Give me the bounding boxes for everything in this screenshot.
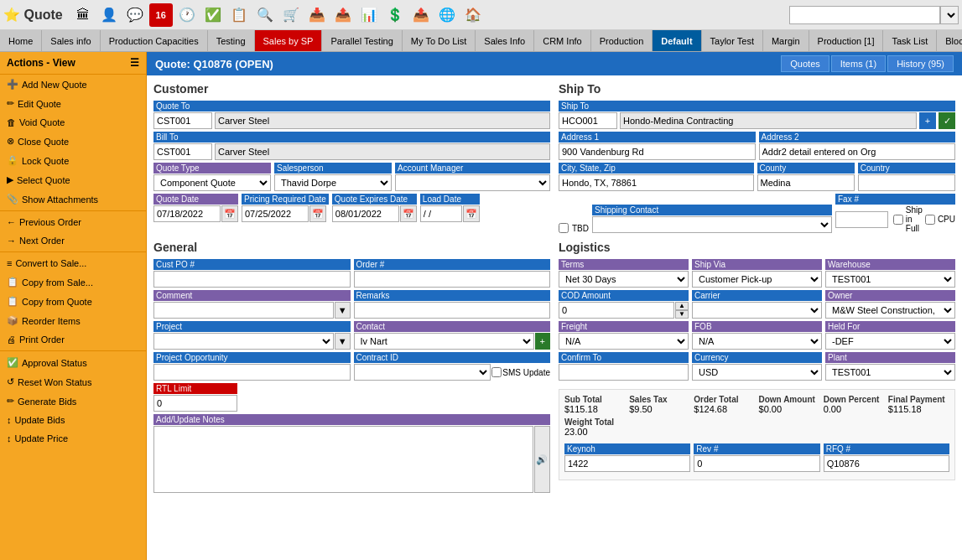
addr2-input[interactable] (759, 143, 956, 160)
ship-in-full-checkbox[interactable] (893, 215, 903, 225)
sms-update-checkbox[interactable] (491, 367, 502, 377)
notes-textarea[interactable] (153, 426, 533, 493)
terms-select[interactable]: Net 30 Days (559, 271, 689, 288)
sidebar-convert-sale[interactable]: ≡ Convert to Sale... (0, 254, 146, 272)
sidebar-menu-icon[interactable]: ☰ (130, 57, 139, 69)
country-input[interactable] (858, 174, 955, 191)
carrier-select[interactable] (692, 302, 822, 319)
clock-icon[interactable]: 🕐 (175, 3, 199, 27)
project-select[interactable] (153, 333, 334, 350)
sidebar-previous-order[interactable]: ← Previous Order (0, 213, 146, 231)
load-date-input[interactable] (420, 205, 462, 222)
ship-via-select[interactable]: Customer Pick-up (692, 271, 822, 288)
user-icon[interactable]: 👤 (97, 3, 121, 27)
bill-to-id[interactable] (153, 143, 212, 160)
tab-sales-info[interactable]: Sales info (42, 30, 100, 51)
inbox-icon[interactable]: 📥 (305, 3, 329, 27)
comment-dropdown-btn[interactable]: ▼ (335, 302, 350, 319)
proj-opp-input[interactable] (153, 364, 351, 381)
tab-items[interactable]: Items (1) (831, 55, 886, 72)
rev-input[interactable] (694, 455, 819, 472)
cart-icon[interactable]: 🛒 (279, 3, 303, 27)
currency-select[interactable]: USD (692, 364, 822, 381)
sidebar-print-order[interactable]: 🖨 Print Order (0, 330, 146, 349)
tab-history[interactable]: History (95) (887, 55, 954, 72)
held-for-select[interactable]: -DEF (825, 333, 955, 350)
warehouse-select[interactable]: TEST001 (825, 271, 955, 288)
sidebar-add-quote[interactable]: ➕ Add New Quote (0, 75, 146, 94)
tab-production-capacities[interactable]: Production Capacities (101, 30, 208, 51)
tab-quotes[interactable]: Quotes (781, 55, 829, 72)
tab-default[interactable]: Default (653, 30, 701, 51)
account-manager-select[interactable] (395, 174, 550, 191)
search-select[interactable] (940, 6, 959, 24)
home-icon[interactable]: 🏠 (461, 3, 485, 27)
quote-date-input[interactable] (153, 205, 221, 222)
pricing-req-date-input[interactable] (242, 205, 309, 222)
addr1-input[interactable] (559, 143, 756, 160)
sidebar-close-quote[interactable]: ⊗ Close Quote (0, 132, 146, 151)
sidebar-reset-won-status[interactable]: ↺ Reset Won Status (0, 372, 146, 391)
rtl-input[interactable] (153, 395, 237, 412)
city-input[interactable] (559, 174, 754, 191)
owner-select[interactable]: M&W Steel Construction, (825, 302, 955, 319)
tab-production[interactable]: Production (591, 30, 653, 51)
sidebar-edit-quote[interactable]: ✏ Edit Quote (0, 94, 146, 113)
notes-audio-btn[interactable]: 🔊 (534, 426, 550, 493)
fob-select[interactable]: N/A (692, 333, 822, 350)
plant-select[interactable]: TEST001 (825, 364, 955, 381)
comment-input[interactable] (153, 302, 334, 319)
upload-icon[interactable]: 📤 (409, 3, 433, 27)
search-input[interactable] (789, 6, 940, 24)
list-icon[interactable]: 📋 (227, 3, 251, 27)
tab-production1[interactable]: Production [1] (809, 30, 884, 51)
order-num-input[interactable] (354, 271, 551, 288)
tab-margin[interactable]: Margin (763, 30, 809, 51)
sidebar-update-price[interactable]: ↕ Update Price (0, 429, 146, 448)
sidebar-copy-from-sale[interactable]: 📋 Copy from Sale... (0, 272, 146, 292)
tab-task-list[interactable]: Task List (883, 30, 937, 51)
sidebar-show-attachments[interactable]: 📎 Show Attachments (0, 189, 146, 209)
keynoh-input[interactable] (564, 455, 690, 472)
salesperson-select[interactable]: Thavid Dorpe (274, 174, 392, 191)
tab-sales-by-sp[interactable]: Sales by SP (255, 30, 323, 51)
quote-type-select[interactable]: Component Quote (153, 174, 271, 191)
quote-expires-input[interactable] (332, 205, 399, 222)
chart-icon[interactable]: 📊 (357, 3, 381, 27)
tab-testing[interactable]: Testing (208, 30, 255, 51)
bank-icon[interactable]: 🏛 (71, 3, 95, 27)
confirm-to-input[interactable] (559, 364, 689, 381)
tab-crm-info[interactable]: CRM Info (534, 30, 590, 51)
tab-taylor-test[interactable]: Taylor Test (702, 30, 763, 51)
project-dropdown-btn[interactable]: ▼ (335, 333, 350, 350)
globe-icon[interactable]: 🌐 (435, 3, 459, 27)
sidebar-select-quote[interactable]: ▶ Select Quote (0, 170, 146, 189)
search-magnify-icon[interactable]: 🔍 (253, 3, 277, 27)
load-date-picker[interactable]: 📅 (463, 205, 480, 222)
cpu-checkbox[interactable] (925, 215, 935, 225)
cod-spinner[interactable]: ▲ ▼ (675, 302, 689, 319)
check-icon[interactable]: ✅ (201, 3, 225, 27)
contract-id-select[interactable] (354, 364, 491, 381)
tab-sales-info2[interactable]: Sales Info (476, 30, 534, 51)
quote-to-id[interactable] (153, 112, 212, 129)
shipping-contact-select[interactable] (592, 216, 832, 233)
tbd-checkbox[interactable] (559, 223, 569, 233)
dollar-icon[interactable]: 💲 (383, 3, 407, 27)
ship-to-add-btn[interactable]: + (919, 112, 936, 129)
fax-input[interactable] (835, 211, 888, 228)
message-icon[interactable]: 💬 (123, 3, 147, 27)
county-input[interactable] (757, 174, 855, 191)
cod-down-btn[interactable]: ▼ (675, 310, 689, 319)
sidebar-update-bids[interactable]: ↕ Update Bids (0, 411, 146, 429)
quote-date-picker[interactable]: 📅 (221, 205, 238, 222)
outbox-icon[interactable]: 📤 (331, 3, 355, 27)
contact-select[interactable]: Iv Nart (354, 333, 534, 350)
ship-to-id[interactable] (559, 112, 617, 129)
tab-home[interactable]: Home (0, 30, 42, 51)
sidebar-generate-bids[interactable]: ✏ Generate Bids (0, 391, 146, 411)
tab-parallel-testing[interactable]: Parallel Testing (322, 30, 402, 51)
sidebar-void-quote[interactable]: 🗑 Void Quote (0, 113, 146, 132)
sidebar-copy-from-quote[interactable]: 📋 Copy from Quote (0, 292, 146, 311)
expires-date-picker[interactable]: 📅 (400, 205, 417, 222)
